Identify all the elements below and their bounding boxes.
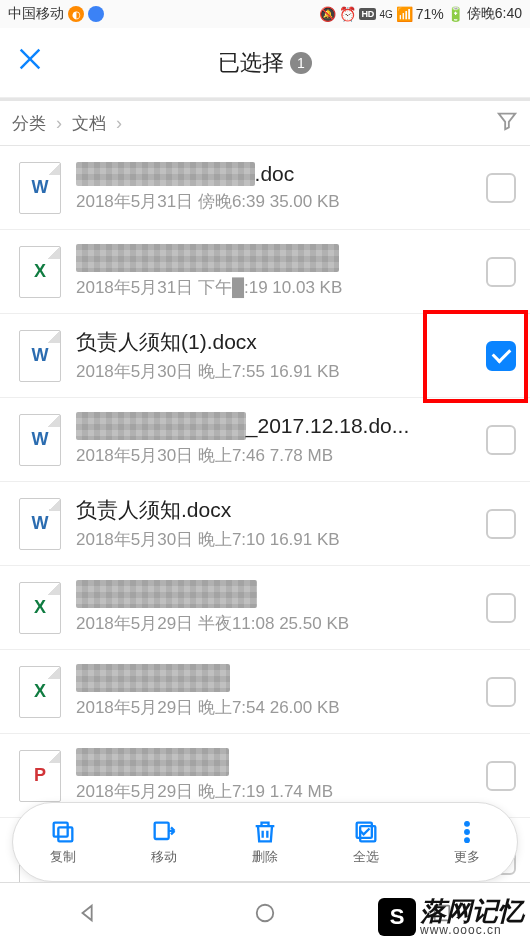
breadcrumb-root[interactable]: 分类 [12,112,46,135]
file-info: 网络███术.pptx2018年5月29日 晚上7:19 1.74 MB [70,748,478,803]
powerpoint-file-icon: P [10,746,70,806]
file-name: 现████名册.xls [76,664,478,692]
select-checkbox[interactable] [486,677,516,707]
file-name: 负责人须知(1).docx [76,328,478,356]
move-label: 移动 [151,848,177,866]
file-info: 现████名册.xls2018年5月29日 晚上7:54 26.00 KB [70,664,478,719]
file-meta: 2018年5月30日 晚上7:55 16.91 KB [76,360,478,383]
svg-point-8 [464,830,469,835]
chevron-right-icon: › [56,113,62,134]
file-meta: 2018年5月30日 晚上7:46 7.78 MB [76,444,478,467]
header-title: 已选择 [218,48,284,78]
file-name: 负责人须知.docx [76,496,478,524]
delete-button[interactable]: 删除 [251,818,279,866]
file-name: 网络███术.pptx [76,748,478,776]
file-row[interactable]: W校██████████_2017.12.18.do...2018年5月30日 … [0,398,530,482]
move-button[interactable]: 移动 [150,818,178,866]
copy-label: 复制 [50,848,76,866]
file-info: 现代██████1).xls2018年5月29日 半夜11:08 25.50 K… [70,580,478,635]
nav-home-button[interactable] [251,899,279,927]
battery-icon: 🔋 [447,6,464,22]
watermark-url: www.oooc.cn [420,924,524,936]
file-name: ████████████.doc [76,162,478,186]
word-file-icon: W [10,410,70,470]
file-info: 负责人须知(1).docx2018年5月30日 晚上7:55 16.91 KB [70,328,478,383]
file-name: ████████平安生主████ [76,244,478,272]
watermark-logo-icon: S [378,898,416,936]
select-checkbox[interactable] [486,173,516,203]
select-checkbox[interactable] [486,761,516,791]
delete-label: 删除 [252,848,278,866]
select-checkbox[interactable] [486,425,516,455]
file-list: W████████████.doc2018年5月31日 傍晚6:39 35.00… [0,146,530,902]
selection-header: 已选择 1 [0,28,530,98]
excel-file-icon: X [10,578,70,638]
file-info: ████████████.doc2018年5月31日 傍晚6:39 35.00 … [70,162,478,213]
more-button[interactable]: 更多 [453,818,481,866]
hd-icon: HD [359,8,376,20]
svg-point-7 [464,822,469,827]
select-all-button[interactable]: 全选 [352,818,380,866]
file-row[interactable]: W████████████.doc2018年5月31日 傍晚6:39 35.00… [0,146,530,230]
breadcrumb: 分类 › 文档 › [0,98,530,146]
file-meta: 2018年5月31日 傍晚6:39 35.00 KB [76,190,478,213]
excel-file-icon: X [10,662,70,722]
file-name: 现代██████1).xls [76,580,478,608]
chevron-right-icon: › [116,113,122,134]
watermark-brand: 落网记忆 [420,898,524,924]
notification-dot-icon [88,6,104,22]
svg-rect-6 [356,823,371,838]
watermark: S 落网记忆 www.oooc.cn [378,898,524,936]
copy-button[interactable]: 复制 [49,818,77,866]
close-button[interactable] [0,45,60,80]
battery-percent: 71% [416,6,444,22]
nav-back-button[interactable] [74,899,102,927]
file-row[interactable]: X现代██████1).xls2018年5月29日 半夜11:08 25.50 … [0,566,530,650]
file-meta: 2018年5月29日 半夜11:08 25.50 KB [76,612,478,635]
weibo-icon: ◐ [68,6,84,22]
file-meta: 2018年5月29日 晚上7:54 26.00 KB [76,696,478,719]
network-icon: 4G [379,9,392,20]
word-file-icon: W [10,494,70,554]
excel-file-icon: X [10,242,70,302]
svg-rect-4 [155,823,169,839]
file-row[interactable]: W负责人须知.docx2018年5月30日 晚上7:10 16.91 KB [0,482,530,566]
action-bar: 复制 移动 删除 全选 更多 [12,802,518,882]
file-meta: 2018年5月29日 晚上7:19 1.74 MB [76,780,478,803]
select-checkbox[interactable] [486,257,516,287]
file-meta: 2018年5月31日 下午█:19 10.03 KB [76,276,478,299]
word-file-icon: W [10,158,70,218]
mute-icon: 🔕 [319,6,336,22]
filter-icon[interactable] [496,110,518,137]
select-checkbox[interactable] [486,341,516,371]
signal-icon: 📶 [396,6,413,22]
clock-label: 傍晚6:40 [467,5,522,23]
file-info: ████████平安生主████2018年5月31日 下午█:19 10.03 … [70,244,478,299]
svg-rect-2 [59,827,73,841]
status-bar: 中国移动 ◐ 🔕 ⏰ HD 4G 📶 71% 🔋 傍晚6:40 [0,0,530,28]
svg-point-10 [257,904,274,921]
selection-count-badge: 1 [290,52,312,74]
file-info: 负责人须知.docx2018年5月30日 晚上7:10 16.91 KB [70,496,478,551]
carrier-label: 中国移动 [8,5,64,23]
select-all-label: 全选 [353,848,379,866]
alarm-icon: ⏰ [339,6,356,22]
file-row[interactable]: X现████名册.xls2018年5月29日 晚上7:54 26.00 KB [0,650,530,734]
more-label: 更多 [454,848,480,866]
select-checkbox[interactable] [486,509,516,539]
svg-rect-3 [54,823,68,837]
word-file-icon: W [10,326,70,386]
file-name: 校██████████_2017.12.18.do... [76,412,478,440]
file-row[interactable]: X████████平安生主████2018年5月31日 下午█:19 10.03… [0,230,530,314]
svg-point-9 [464,838,469,843]
file-row[interactable]: W负责人须知(1).docx2018年5月30日 晚上7:55 16.91 KB [0,314,530,398]
file-meta: 2018年5月30日 晚上7:10 16.91 KB [76,528,478,551]
breadcrumb-current[interactable]: 文档 [72,112,106,135]
file-info: 校██████████_2017.12.18.do...2018年5月30日 晚… [70,412,478,467]
select-checkbox[interactable] [486,593,516,623]
